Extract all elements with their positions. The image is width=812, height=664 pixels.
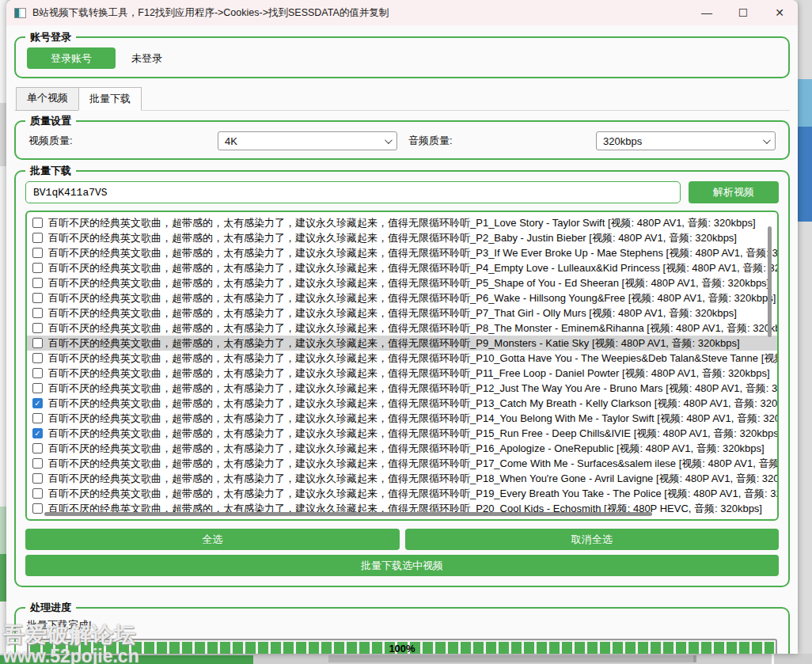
- list-item[interactable]: ✓ 百听不厌的经典英文歌曲，超带感的，太有感染力了，建议永久珍藏起来，值得无限循…: [27, 426, 777, 441]
- list-item-label: 百听不厌的经典英文歌曲，超带感的，太有感染力了，建议永久珍藏起来，值得无限循环聆…: [48, 306, 737, 321]
- list-item-label: 百听不厌的经典英文歌曲，超带感的，太有感染力了，建议永久珍藏起来，值得无限循环聆…: [48, 336, 740, 351]
- checkbox[interactable]: [32, 293, 43, 303]
- list-item[interactable]: 百听不厌的经典英文歌曲，超带感的，太有感染力了，建议永久珍藏起来，值得无限循环聆…: [27, 321, 777, 336]
- deselect-all-button[interactable]: 取消全选: [405, 529, 780, 550]
- video-quality-label: 视频质量:: [28, 134, 218, 148]
- batch-download-group: 批量下载 解析视频 百听不厌的经典英文歌曲，超带感的，太有感染力了，建议永久珍藏…: [14, 170, 790, 587]
- audio-quality-value: 320kbps: [603, 135, 642, 147]
- quality-row: 视频质量: 4K 音频质量: 320kbps: [28, 131, 776, 150]
- parse-video-button[interactable]: 解析视频: [689, 181, 779, 203]
- checkbox[interactable]: [32, 383, 43, 393]
- list-item-label: 百听不厌的经典英文歌曲，超带感的，太有感染力了，建议永久珍藏起来，值得无限循环聆…: [48, 472, 777, 486]
- login-group-label: 账号登录: [25, 31, 76, 43]
- list-item-label: 百听不厌的经典英文歌曲，超带感的，太有感染力了，建议永久珍藏起来，值得无限循环聆…: [48, 457, 777, 471]
- list-item-label: 百听不厌的经典英文歌曲，超带感的，太有感染力了，建议永久珍藏起来，值得无限循环聆…: [48, 291, 776, 305]
- checkbox[interactable]: [32, 458, 43, 469]
- list-item[interactable]: 百听不厌的经典英文歌曲，超带感的，太有感染力了，建议永久珍藏起来，值得无限循环聆…: [27, 336, 777, 351]
- checkbox[interactable]: [32, 503, 43, 514]
- background-wallpaper-fragment: [798, 79, 812, 127]
- list-item[interactable]: ✓ 百听不厌的经典英文歌曲，超带感的，太有感染力了，建议永久珍藏起来，值得无限循…: [27, 396, 777, 411]
- maximize-button[interactable]: ☐: [725, 0, 761, 25]
- list-item[interactable]: 百听不厌的经典英文歌曲，超带感的，太有感染力了，建议永久珍藏起来，值得无限循环聆…: [27, 275, 777, 290]
- window-title: B站视频下载转换工具，F12找到应用程序->Cookies->找到SESSDAT…: [32, 6, 389, 20]
- list-item[interactable]: 百听不厌的经典英文歌曲，超带感的，太有感染力了，建议永久珍藏起来，值得无限循环聆…: [27, 366, 777, 381]
- list-item[interactable]: 百听不厌的经典英文歌曲，超带感的，太有感染力了，建议永久珍藏起来，值得无限循环聆…: [27, 290, 777, 305]
- checkbox[interactable]: [32, 368, 43, 378]
- tab-batch-download[interactable]: 批量下载: [78, 87, 142, 111]
- list-item[interactable]: 百听不厌的经典英文歌曲，超带感的，太有感染力了，建议永久珍藏起来，值得无限循环聆…: [27, 230, 777, 245]
- list-item-label: 百听不厌的经典英文歌曲，超带感的，太有感染力了，建议永久珍藏起来，值得无限循环聆…: [48, 321, 777, 336]
- bv-id-input[interactable]: [25, 181, 681, 203]
- list-item-label: 百听不厌的经典英文歌曲，超带感的，太有感染力了，建议永久珍藏起来，值得无限循环聆…: [48, 381, 777, 396]
- list-item[interactable]: 百听不厌的经典英文歌曲，超带感的，太有感染力了，建议永久珍藏起来，值得无限循环聆…: [27, 351, 777, 366]
- audio-quality-select[interactable]: 320kbps: [596, 131, 776, 150]
- background-window-fragment: [772, 654, 774, 664]
- list-item[interactable]: 百听不厌的经典英文歌曲，超带感的，太有感染力了，建议永久珍藏起来，值得无限循环聆…: [27, 305, 777, 321]
- progress-bar: 100%: [27, 639, 777, 654]
- checkbox[interactable]: [32, 443, 43, 453]
- progress-group: 处理进度 批量下载完成! 100%: [14, 607, 790, 654]
- tab-bar: 单个视频 批量下载: [14, 87, 790, 111]
- checkbox[interactable]: [32, 218, 43, 228]
- app-window: B站视频下载转换工具，F12找到应用程序->Cookies->找到SESSDAT…: [6, 0, 798, 654]
- chevron-down-icon: [763, 136, 771, 144]
- checkbox[interactable]: [32, 323, 43, 333]
- checkbox[interactable]: [32, 248, 43, 258]
- list-item[interactable]: 百听不厌的经典英文歌曲，超带感的，太有感染力了，建议永久珍藏起来，值得无限循环聆…: [27, 456, 777, 471]
- download-selected-button[interactable]: 批量下载选中视频: [25, 555, 779, 576]
- list-item[interactable]: 百听不厌的经典英文歌曲，超带感的，太有感染力了，建议永久珍藏起来，值得无限循环聆…: [27, 215, 777, 230]
- background-window-fragment: [328, 655, 696, 662]
- checkbox[interactable]: [32, 233, 43, 243]
- app-icon: [14, 8, 26, 18]
- progress-percent-label: 100%: [28, 643, 776, 654]
- checkbox[interactable]: [32, 353, 43, 363]
- quality-settings-group: 质量设置 视频质量: 4K 音频质量: 320kbps: [14, 120, 790, 160]
- video-list: 百听不厌的经典英文歌曲，超带感的，太有感染力了，建议永久珍藏起来，值得无限循环聆…: [25, 211, 779, 521]
- list-item[interactable]: 百听不厌的经典英文歌曲，超带感的，太有感染力了，建议永久珍藏起来，值得无限循环聆…: [27, 260, 777, 275]
- login-button[interactable]: 登录账号: [27, 47, 116, 69]
- list-item[interactable]: 百听不厌的经典英文歌曲，超带感的，太有感染力了，建议永久珍藏起来，值得无限循环聆…: [27, 441, 777, 456]
- checkbox[interactable]: [32, 338, 43, 348]
- progress-group-label: 处理进度: [25, 601, 76, 613]
- window-content: 账号登录 登录账号 未登录 单个视频 批量下载 质量设置 视频质量: 4K 音频…: [6, 36, 798, 654]
- checkbox[interactable]: [32, 263, 43, 273]
- list-item-label: 百听不厌的经典英文歌曲，超带感的，太有感染力了，建议永久珍藏起来，值得无限循环聆…: [48, 442, 765, 456]
- checkbox[interactable]: ✓: [32, 428, 43, 438]
- minimize-button[interactable]: —: [689, 0, 725, 25]
- list-item-label: 百听不厌的经典英文歌曲，超带感的，太有感染力了，建议永久珍藏起来，值得无限循环聆…: [48, 216, 756, 230]
- checkbox[interactable]: [32, 488, 43, 499]
- list-item[interactable]: 百听不厌的经典英文歌曲，超带感的，太有感染力了，建议永久珍藏起来，值得无限循环聆…: [27, 471, 777, 486]
- horizontal-scrollbar[interactable]: [44, 512, 652, 516]
- select-all-button[interactable]: 全选: [25, 529, 400, 550]
- login-status: 未登录: [131, 51, 162, 66]
- titlebar: B站视频下载转换工具，F12找到应用程序->Cookies->找到SESSDAT…: [6, 0, 798, 25]
- list-item[interactable]: 百听不厌的经典英文歌曲，超带感的，太有感染力了，建议永久珍藏起来，值得无限循环聆…: [27, 381, 777, 396]
- selection-buttons-row: 全选 取消全选: [25, 529, 779, 550]
- list-item[interactable]: 百听不厌的经典英文歌曲，超带感的，太有感染力了，建议永久珍藏起来，值得无限循环聆…: [27, 245, 777, 260]
- list-item[interactable]: 百听不厌的经典英文歌曲，超带感的，太有感染力了，建议永久珍藏起来，值得无限循环聆…: [27, 486, 777, 501]
- checkbox[interactable]: [32, 473, 43, 484]
- bv-input-row: 解析视频: [25, 181, 779, 203]
- list-item[interactable]: 百听不厌的经典英文歌曲，超带感的，太有感染力了，建议永久珍藏起来，值得无限循环聆…: [27, 411, 777, 426]
- close-button[interactable]: ✕: [761, 0, 798, 25]
- chevron-down-icon: [385, 136, 393, 144]
- list-item-label: 百听不厌的经典英文歌曲，超带感的，太有感染力了，建议永久珍藏起来，值得无限循环聆…: [48, 427, 777, 441]
- list-item-label: 百听不厌的经典英文歌曲，超带感的，太有感染力了，建议永久珍藏起来，值得无限循环聆…: [48, 261, 777, 275]
- background-wallpaper-fragment: [798, 127, 812, 222]
- window-controls: — ☐ ✕: [689, 0, 798, 25]
- list-item-label: 百听不厌的经典英文歌曲，超带感的，太有感染力了，建议永久珍藏起来，值得无限循环聆…: [48, 366, 770, 381]
- video-quality-select[interactable]: 4K: [218, 131, 397, 150]
- audio-quality-label: 音频质量:: [408, 134, 596, 148]
- checkbox[interactable]: [32, 413, 43, 423]
- checkbox[interactable]: ✓: [32, 398, 43, 408]
- list-item-label: 百听不厌的经典英文歌曲，超带感的，太有感染力了，建议永久珍藏起来，值得无限循环聆…: [48, 412, 777, 426]
- tab-single-video[interactable]: 单个视频: [16, 87, 79, 111]
- checkbox[interactable]: [32, 308, 43, 318]
- vertical-scrollbar[interactable]: [768, 226, 772, 337]
- quality-group-label: 质量设置: [25, 115, 76, 127]
- list-item-label: 百听不厌的经典英文歌曲，超带感的，太有感染力了，建议永久珍藏起来，值得无限循环聆…: [48, 487, 777, 501]
- checkbox[interactable]: [32, 278, 43, 288]
- list-item-label: 百听不厌的经典英文歌曲，超带感的，太有感染力了，建议永久珍藏起来，值得无限循环聆…: [48, 397, 777, 411]
- login-group: 账号登录 登录账号 未登录: [14, 36, 790, 78]
- background-right-strip: [798, 0, 812, 664]
